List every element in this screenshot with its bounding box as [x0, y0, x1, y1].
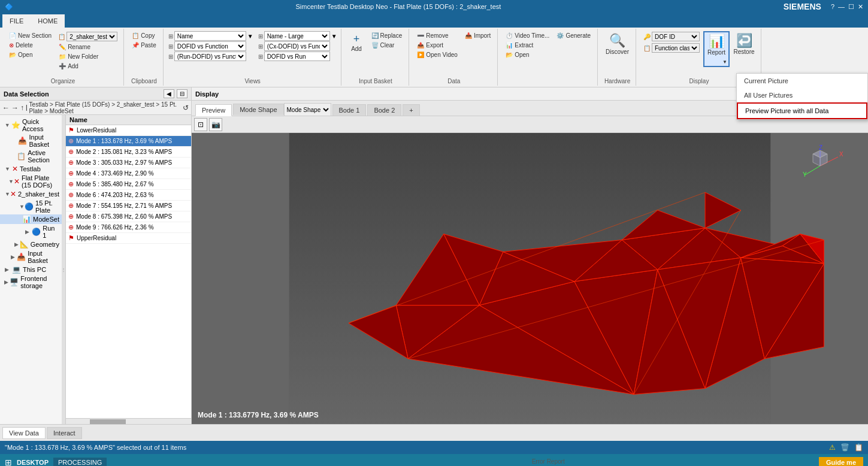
- tree-active-section[interactable]: 📋 Active Section: [0, 149, 62, 164]
- expand-flat-plate[interactable]: ▼: [8, 178, 14, 184]
- data-open-video-button[interactable]: ▶️ Open Video: [414, 50, 461, 59]
- panel-minimize-btn[interactable]: ◀: [164, 89, 174, 98]
- new-folder-button[interactable]: 📁 New Folder: [56, 52, 120, 61]
- tree-modeset[interactable]: 📊 ModeSet: [0, 214, 62, 224]
- tree-frontend-storage[interactable]: ▶ 🖥️ Frontend storage: [0, 274, 62, 290]
- guide-me-button[interactable]: Guide me: [819, 457, 863, 466]
- data-remove-button[interactable]: ➖ Remove: [414, 31, 461, 40]
- minimize-btn[interactable]: —: [838, 3, 845, 11]
- screenshot-btn[interactable]: 📷: [209, 118, 222, 131]
- view-select-4[interactable]: Name - Large: [264, 31, 330, 41]
- view-select-6[interactable]: DOFID vs Run: [264, 52, 330, 61]
- function-class-select[interactable]: Function class: [652, 43, 700, 53]
- tree-input-basket[interactable]: 📥 Input Basket: [0, 133, 62, 149]
- expand-this-pc[interactable]: ▶: [5, 267, 12, 273]
- nav-up-btn[interactable]: ↑: [20, 104, 24, 112]
- tree-flat-plate[interactable]: ▼ ✕ Flat Plate (15 DOFs): [0, 174, 62, 189]
- scrollbar-thumb[interactable]: [90, 419, 126, 424]
- list-item-mode-2[interactable]: ⊕ Mode 2 : 135.081 Hz, 3.23 % AMPS: [66, 147, 191, 158]
- report-button[interactable]: 📊 Report ▼: [703, 31, 730, 67]
- dropdown-preview-all-data[interactable]: Preview Picture with all Data: [737, 102, 867, 119]
- tree-input-basket-root[interactable]: ▶ 📥 Input Basket: [0, 249, 62, 265]
- add-button[interactable]: ➕ Add: [56, 62, 120, 71]
- list-item-lower-residual[interactable]: ⚑ LowerResidual: [66, 125, 191, 136]
- nav-refresh-btn[interactable]: ↺: [183, 104, 189, 112]
- fit-view-btn[interactable]: ⊡: [194, 118, 207, 131]
- report-dropdown-arrow[interactable]: ▼: [722, 59, 727, 65]
- basket-replace-button[interactable]: 🔄 Replace: [368, 31, 406, 40]
- list-item-upper-residual[interactable]: ⚑ UpperResidual: [66, 233, 191, 244]
- paste-button[interactable]: 📌 Paste: [129, 41, 159, 50]
- tree-geometry[interactable]: ▶ 📐 Geometry: [0, 240, 62, 249]
- view-select-2[interactable]: DOFID vs Function: [174, 41, 246, 51]
- expand-run1[interactable]: ▶: [25, 229, 32, 235]
- generate-button[interactable]: ⚙️ Generate: [554, 31, 594, 40]
- dropdown-all-user-pictures[interactable]: All User Pictures: [737, 88, 867, 102]
- tab-mode-shape[interactable]: Mode Shape: [233, 104, 283, 115]
- expand-testlab[interactable]: ▼: [5, 166, 12, 172]
- restore-button[interactable]: ↩️ Restore: [731, 31, 757, 67]
- list-item-mode-8[interactable]: ⊕ Mode 8 : 675.398 Hz, 2.60 % AMPS: [66, 211, 191, 222]
- tree-this-pc[interactable]: ▶ 💻 This PC: [0, 265, 62, 274]
- extract-button[interactable]: 📊 Extract: [503, 41, 552, 50]
- expand-input-basket-root[interactable]: ▶: [11, 254, 17, 260]
- data-import-button[interactable]: 📥 Import: [462, 31, 494, 40]
- basket-add-button[interactable]: + Add: [346, 31, 367, 54]
- expand-pt-plate[interactable]: ▼: [19, 204, 25, 210]
- tree-quick-access[interactable]: ▼ ⭐ Quick Access: [0, 117, 62, 133]
- tab-add[interactable]: +: [403, 104, 419, 116]
- basket-clear-button[interactable]: 🗑️ Clear: [368, 41, 406, 50]
- copy-button[interactable]: 📋 Copy: [129, 31, 159, 40]
- list-item-mode-1[interactable]: ⊕ Mode 1 : 133.678 Hz, 3.69 % AMPS: [66, 136, 191, 147]
- tab-home[interactable]: HOME: [31, 14, 65, 28]
- view-select-3[interactable]: (Run-DOFID) vs Function: [174, 52, 246, 61]
- tree-testlab[interactable]: ▼ ✕ Testlab: [0, 164, 62, 174]
- discover-button[interactable]: 🔍 Discover: [603, 31, 632, 57]
- expand-geometry[interactable]: ▶: [14, 241, 20, 247]
- expand-quick-access[interactable]: ▼: [5, 122, 11, 128]
- window-controls[interactable]: ? — ☐ ✕: [831, 3, 863, 11]
- view-select-1[interactable]: Name: [174, 31, 246, 41]
- list-item-mode-9[interactable]: ⊕ Mode 9 : 766.626 Hz, 2.36 %: [66, 222, 191, 233]
- nav-forward-btn[interactable]: →: [11, 104, 19, 112]
- panel-split-btn[interactable]: ⊟: [177, 89, 187, 98]
- open-button[interactable]: 📂 Open: [6, 50, 55, 59]
- new-section-button[interactable]: 📄 New Section: [6, 31, 55, 40]
- tab-bode-2[interactable]: Bode 2: [367, 104, 401, 116]
- close-btn[interactable]: ✕: [858, 3, 863, 11]
- tree-shaker-test[interactable]: ▼ ✕ 2_shaker_test: [0, 189, 62, 199]
- list-item-mode-7[interactable]: ⊕ Mode 7 : 554.195 Hz, 2.71 % AMPS: [66, 201, 191, 211]
- tree-run1[interactable]: ▶ 🔵 Run 1: [0, 224, 62, 240]
- delete-status-icon[interactable]: 🗑️: [840, 443, 849, 452]
- expand-frontend-storage[interactable]: ▶: [4, 279, 10, 285]
- delete-button[interactable]: ⊗ Delete: [6, 41, 55, 50]
- dof-id-select[interactable]: DOF ID: [652, 32, 700, 41]
- mode-shape-dropdown[interactable]: Mode Shape: [284, 103, 331, 116]
- section-select[interactable]: 2_shaker_test: [66, 32, 117, 41]
- tab-bode-1[interactable]: Bode 1: [332, 104, 367, 116]
- list-item-mode-4[interactable]: ⊕ Mode 4 : 373.469 Hz, 2.90 %: [66, 168, 191, 179]
- tab-view-data[interactable]: View Data: [2, 427, 46, 439]
- view-select-5[interactable]: (Cx-DOFID) vs Function: [264, 41, 330, 51]
- nav-back-btn[interactable]: ←: [2, 104, 10, 112]
- rename-button[interactable]: ✏️ Rename: [56, 43, 120, 52]
- tab-interact[interactable]: Interact: [47, 427, 82, 439]
- list-item-mode-5[interactable]: ⊕ Mode 5 : 385.480 Hz, 2.67 %: [66, 179, 191, 190]
- copy-status-icon[interactable]: 📋: [854, 443, 863, 452]
- app-title: Simcenter Testlab Desktop Neo - Flat Pla…: [13, 3, 784, 10]
- tree-pt-plate[interactable]: ▼ 🔵 15 Pt. Plate: [0, 199, 62, 214]
- tab-file[interactable]: FILE: [2, 14, 31, 28]
- list-item-mode-6[interactable]: ⊕ Mode 6 : 474.203 Hz, 2.63 %: [66, 190, 191, 201]
- desktop-grid-icon[interactable]: ⊞: [5, 458, 12, 466]
- warning-icon[interactable]: ⚠: [829, 443, 836, 452]
- dropdown-current-picture[interactable]: Current Picture: [737, 74, 867, 88]
- video-time-button[interactable]: ⏱️ Video Time...: [503, 31, 552, 40]
- help-btn[interactable]: ?: [831, 3, 834, 11]
- list-item-mode-3[interactable]: ⊕ Mode 3 : 305.033 Hz, 2.97 % AMPS: [66, 158, 191, 168]
- maximize-btn[interactable]: ☐: [848, 3, 854, 11]
- tab-preview[interactable]: Preview: [195, 104, 232, 116]
- list-scrollbar-h[interactable]: [66, 418, 191, 424]
- data-export-button[interactable]: 📤 Export: [414, 41, 461, 50]
- expand-shaker-test[interactable]: ▼: [5, 191, 10, 197]
- error-open-button[interactable]: 📂 Open: [503, 50, 552, 59]
